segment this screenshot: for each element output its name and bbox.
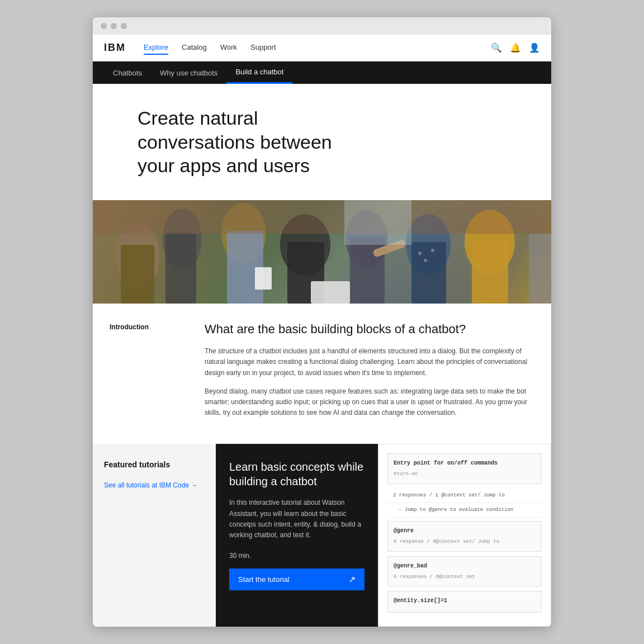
top-nav-work[interactable]: Work — [220, 41, 237, 55]
subnav-build-chatbot[interactable]: Build a chatbot — [226, 61, 292, 84]
top-nav-catalog[interactable]: Catalog — [182, 41, 207, 55]
svg-point-16 — [418, 252, 422, 255]
svg-point-18 — [431, 249, 434, 252]
bell-icon[interactable]: 🔔 — [510, 42, 521, 53]
svg-rect-10 — [311, 281, 350, 304]
svg-rect-20 — [472, 239, 508, 304]
hero-section: Create natural conversations between you… — [93, 84, 551, 200]
code-ui-row-2-text: – Jump to @genre to evaluate condition — [399, 506, 513, 514]
sub-nav: Chatbots Why use chatbots Build a chatbo… — [93, 61, 551, 84]
tutorials-section: Featured tutorials See all tutorials at … — [93, 444, 551, 626]
tutorials-sidebar: Featured tutorials See all tutorials at … — [93, 444, 216, 626]
tutorial-card-body: In this interactive tutorial about Watso… — [229, 498, 364, 541]
content-sidebar: Introduction — [104, 321, 205, 427]
code-ui-mockup: Entry point for on/off commands #turn-on… — [387, 453, 542, 612]
svg-rect-22 — [93, 200, 551, 234]
code-ui-row-2: – Jump to @genre to evaluate condition — [387, 503, 542, 518]
browser-dot-green — [121, 23, 127, 29]
code-ui-entity-title: @entity.size[]=1 — [394, 596, 536, 605]
code-ui-entity-card: @entity.size[]=1 — [387, 591, 542, 613]
svg-point-17 — [424, 259, 427, 262]
top-nav-icons: 🔍 🔔 👤 — [491, 42, 540, 53]
top-nav: IBM Explore Catalog Work Support 🔍 🔔 👤 — [93, 35, 551, 61]
content-body-1: The structure of a chatbot includes just… — [205, 346, 529, 378]
svg-rect-15 — [411, 242, 446, 304]
tutorial-duration: 30 min. — [229, 552, 364, 560]
search-icon[interactable]: 🔍 — [491, 42, 502, 53]
code-ui-genre-title: @genre — [394, 526, 536, 536]
introduction-label: Introduction — [110, 323, 149, 331]
svg-rect-23 — [344, 200, 411, 245]
top-nav-links: Explore Catalog Work Support — [144, 41, 491, 55]
code-ui-genre-bad-title: @genre_bad — [394, 561, 536, 571]
content-main: What are the basic building blocks of a … — [205, 321, 540, 427]
code-ui-genre-sub: 6 response / 0@context set/ Jump to — [394, 538, 536, 546]
top-nav-support[interactable]: Support — [250, 41, 276, 55]
browser-dot-red — [101, 23, 107, 29]
ibm-logo: IBM — [104, 42, 126, 54]
browser-chrome — [93, 17, 551, 35]
hero-title: Create natural conversations between you… — [138, 106, 350, 178]
code-ui-genre-bad-sub: 6 responses / 0@context set — [394, 573, 536, 581]
tutorial-card-dark: Learn basic concepts while building a ch… — [216, 444, 378, 626]
tutorial-card-title: Learn basic concepts while building a ch… — [229, 460, 364, 489]
start-tutorial-label: Start the tutorial — [238, 575, 290, 584]
code-ui-row-1: 2 responses / 1 @context set/ Jump to — [387, 489, 542, 503]
code-ui-card-1: Entry point for on/off commands #turn-on — [387, 453, 542, 484]
featured-tutorials-title: Featured tutorials — [104, 460, 205, 470]
code-ui-card-1-title: Entry point for on/off commands — [394, 458, 536, 468]
code-ui-genre-bad-card: @genre_bad 6 responses / 0@context set — [387, 556, 542, 586]
content-section: Introduction What are the basic building… — [93, 304, 551, 444]
svg-rect-2 — [121, 245, 154, 304]
svg-rect-21 — [529, 234, 551, 304]
top-nav-explore[interactable]: Explore — [144, 41, 168, 55]
svg-rect-4 — [165, 234, 196, 304]
svg-rect-7 — [255, 267, 272, 290]
browser-window: IBM Explore Catalog Work Support 🔍 🔔 👤 C… — [93, 17, 551, 627]
see-all-tutorials-link[interactable]: See all tutorials at IBM Code → — [104, 481, 205, 489]
hero-people-illustration — [93, 200, 551, 304]
user-icon[interactable]: 👤 — [529, 42, 540, 53]
code-ui-card-1-sub: #turn-on — [394, 470, 536, 479]
subnav-chatbots[interactable]: Chatbots — [104, 61, 151, 84]
subnav-why-chatbots[interactable]: Why use chatbots — [151, 61, 226, 84]
code-ui-row-1-text: 2 responses / 1 @context set/ Jump to — [393, 491, 505, 500]
start-tutorial-button[interactable]: Start the tutorial ↗ — [229, 569, 364, 590]
hero-image — [93, 200, 551, 304]
code-ui-genre-card: @genre 6 response / 0@context set/ Jump … — [387, 521, 542, 551]
svg-rect-12 — [350, 236, 385, 304]
browser-dot-yellow — [111, 23, 117, 29]
content-body-2: Beyond dialog, many chatbot use cases re… — [205, 386, 529, 419]
start-tutorial-arrow-icon: ↗ — [348, 574, 356, 585]
tutorial-card-light: Entry point for on/off commands #turn-on… — [378, 444, 551, 626]
content-heading: What are the basic building blocks of a … — [205, 321, 529, 338]
